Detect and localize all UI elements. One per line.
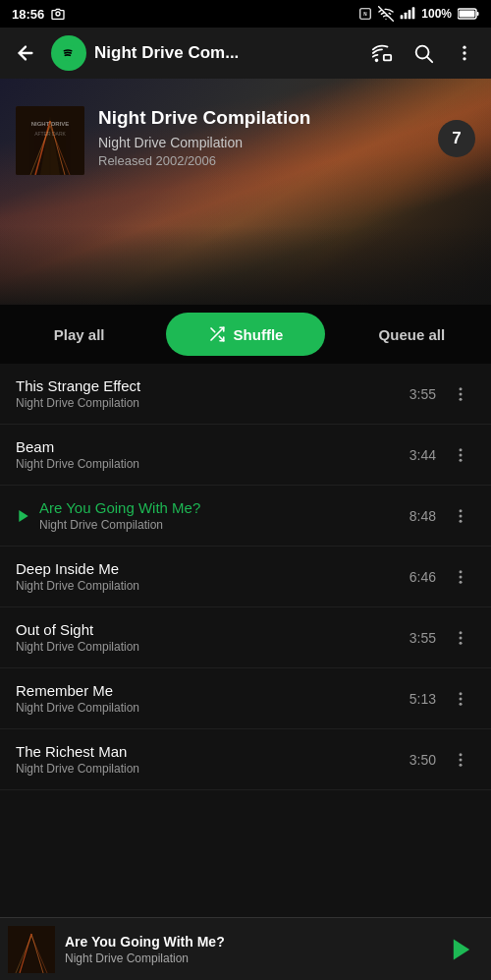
- album-title: Night Drive Compilation: [98, 106, 424, 131]
- svg-point-49: [460, 758, 463, 761]
- track-duration: 6:46: [409, 569, 436, 585]
- track-list: This Strange Effect Night Drive Compilat…: [0, 364, 491, 790]
- now-playing-thumbnail: [8, 926, 55, 973]
- track-name: Remember Me: [16, 682, 409, 699]
- track-text: The Richest Man Night Drive Compilation: [16, 743, 409, 776]
- playing-indicator: [16, 508, 31, 524]
- album-year: Released 2002/2006: [98, 153, 424, 168]
- svg-line-28: [211, 328, 215, 332]
- track-count-badge: 7: [438, 120, 475, 157]
- more-vertical-icon: [452, 751, 469, 769]
- svg-point-36: [460, 509, 463, 512]
- more-vertical-icon: [452, 568, 469, 586]
- svg-point-42: [460, 631, 463, 634]
- search-button[interactable]: [405, 34, 442, 72]
- svg-rect-51: [8, 926, 55, 973]
- track-item[interactable]: Are You Going With Me? Night Drive Compi…: [0, 486, 491, 547]
- svg-line-14: [427, 57, 432, 62]
- svg-point-34: [460, 458, 463, 461]
- action-bar: Play all Shuffle Queue all: [0, 305, 491, 364]
- track-name: Out of Sight: [16, 621, 409, 638]
- track-duration: 3:44: [409, 447, 436, 463]
- track-more-button[interactable]: [446, 562, 475, 592]
- now-playing-bar[interactable]: Are You Going With Me? Night Drive Compi…: [0, 917, 491, 980]
- more-vertical-icon: [452, 507, 469, 525]
- search-icon: [412, 42, 434, 64]
- track-duration: 3:55: [409, 386, 436, 402]
- nav-icons: [363, 34, 483, 72]
- cast-button[interactable]: [363, 34, 401, 72]
- status-right: N 100%: [358, 6, 479, 22]
- track-name: Are You Going With Me?: [39, 499, 409, 516]
- track-duration: 8:48: [409, 508, 436, 524]
- svg-marker-35: [19, 510, 27, 522]
- track-album: Night Drive Compilation: [39, 518, 409, 532]
- status-bar: 18:56 N 100%: [0, 0, 491, 28]
- play-icon: [448, 936, 475, 963]
- svg-rect-11: [384, 55, 391, 61]
- bottom-spacer: [0, 790, 491, 853]
- play-pause-button[interactable]: [440, 928, 483, 971]
- svg-point-38: [460, 519, 463, 522]
- track-more-button[interactable]: [446, 684, 475, 714]
- svg-point-46: [460, 697, 463, 700]
- track-album: Night Drive Compilation: [16, 640, 409, 654]
- svg-rect-9: [477, 12, 479, 16]
- track-item[interactable]: Out of Sight Night Drive Compilation 3:5…: [0, 607, 491, 668]
- track-album: Night Drive Compilation: [16, 701, 409, 715]
- more-options-button[interactable]: [446, 34, 483, 72]
- track-name: This Strange Effect: [16, 377, 409, 394]
- track-duration: 3:50: [409, 752, 436, 768]
- track-text: Out of Sight Night Drive Compilation: [16, 621, 409, 654]
- signal-icon: [400, 6, 415, 22]
- battery-icon: [458, 8, 479, 20]
- status-left: 18:56: [12, 6, 66, 22]
- back-button[interactable]: [8, 35, 43, 71]
- track-more-button[interactable]: [446, 745, 475, 775]
- queue-all-button[interactable]: Queue all: [333, 313, 491, 356]
- track-item[interactable]: This Strange Effect Night Drive Compilat…: [0, 364, 491, 425]
- status-time: 18:56: [12, 7, 44, 22]
- track-text: Are You Going With Me? Night Drive Compi…: [39, 499, 409, 532]
- svg-point-45: [460, 692, 463, 695]
- more-vertical-icon: [452, 385, 469, 403]
- track-duration: 5:13: [409, 691, 436, 707]
- track-item[interactable]: Beam Night Drive Compilation 3:44: [0, 425, 491, 486]
- svg-point-12: [376, 59, 378, 61]
- svg-point-48: [460, 753, 463, 756]
- svg-point-33: [460, 453, 463, 456]
- album-thumbnail: NIGHT DRIVE AFTER DARK: [16, 106, 84, 175]
- now-playing-art: [8, 926, 55, 973]
- svg-point-0: [56, 12, 60, 16]
- track-more-button[interactable]: [446, 501, 475, 531]
- track-text: This Strange Effect Night Drive Compilat…: [16, 377, 409, 410]
- track-more-button[interactable]: [446, 623, 475, 653]
- svg-point-30: [460, 392, 463, 395]
- app-logo: [51, 35, 86, 71]
- more-vertical-icon: [452, 629, 469, 647]
- svg-text:N: N: [364, 12, 368, 17]
- svg-marker-56: [454, 939, 469, 959]
- album-info: Night Drive Compilation Night Drive Comp…: [98, 106, 424, 168]
- track-name: Beam: [16, 438, 409, 455]
- more-vertical-icon: [452, 690, 469, 708]
- album-subtitle: Night Drive Compilation: [98, 135, 424, 150]
- track-album: Night Drive Compilation: [16, 762, 409, 776]
- svg-point-44: [460, 641, 463, 644]
- track-item[interactable]: Deep Inside Me Night Drive Compilation 6…: [0, 547, 491, 607]
- track-item[interactable]: The Richest Man Night Drive Compilation …: [0, 729, 491, 790]
- shuffle-icon: [208, 325, 226, 343]
- top-nav: Night Drive Com...: [0, 28, 491, 79]
- svg-point-32: [460, 448, 463, 451]
- svg-point-16: [463, 51, 465, 54]
- track-more-button[interactable]: [446, 440, 475, 470]
- svg-point-37: [460, 514, 463, 517]
- play-all-button[interactable]: Play all: [0, 313, 158, 356]
- svg-text:NIGHT DRIVE: NIGHT DRIVE: [31, 121, 70, 127]
- svg-rect-8: [460, 11, 475, 18]
- shuffle-button[interactable]: Shuffle: [166, 313, 324, 356]
- svg-point-43: [460, 636, 463, 639]
- svg-text:AFTER DARK: AFTER DARK: [34, 131, 66, 137]
- track-more-button[interactable]: [446, 379, 475, 409]
- track-item[interactable]: Remember Me Night Drive Compilation 5:13: [0, 668, 491, 729]
